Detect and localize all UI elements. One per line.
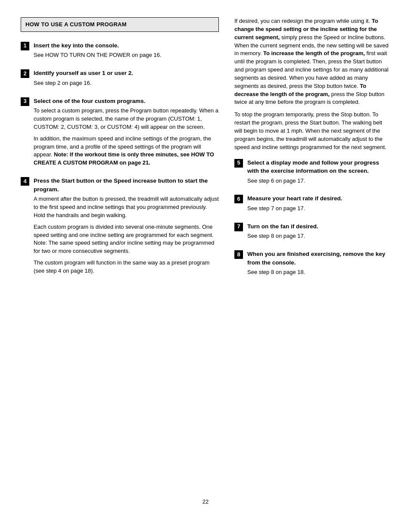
step-5-content: Select a display mode and follow your pr…: [247, 159, 390, 189]
step-7: 7 Turn on the fan if desired. See step 8…: [234, 222, 390, 244]
step-5-body: See step 6 on page 17.: [247, 177, 390, 185]
step-2-title: Identify yourself as user 1 or user 2.: [34, 69, 219, 78]
page-number: 22: [21, 498, 390, 506]
step-6-title: Measure your heart rate if desired.: [247, 194, 390, 203]
step-1-content: Insert the key into the console. See HOW…: [34, 41, 219, 63]
step-3-content: Select one of the four custom programs. …: [34, 97, 219, 171]
step-8-number: 8: [234, 250, 243, 259]
step-6-body: See step 7 on page 17.: [247, 205, 390, 213]
step-2-para-0: See step 2 on page 16.: [34, 79, 219, 87]
step-8-title: When you are finished exercising, remove…: [247, 250, 390, 267]
step-7-number: 7: [234, 223, 243, 231]
section-header-text: HOW TO USE A CUSTOM PROGRAM: [25, 21, 127, 28]
step-6-para-0: See step 7 on page 17.: [247, 205, 390, 213]
step-8: 8 When you are finished exercising, remo…: [234, 250, 390, 280]
step-2-number: 2: [21, 69, 29, 78]
step-1-title: Insert the key into the console.: [34, 41, 219, 50]
section-header: HOW TO USE A CUSTOM PROGRAM: [21, 17, 219, 32]
step-8-body: See step 8 on page 18.: [247, 268, 390, 277]
step-3-title: Select one of the four custom programs.: [34, 97, 219, 106]
step-5-number: 5: [234, 159, 243, 168]
right-intro-para-0: If desired, you can redesign the program…: [234, 17, 390, 106]
step-2-content: Identify yourself as user 1 or user 2. S…: [34, 69, 219, 90]
step-8-content: When you are finished exercising, remove…: [247, 250, 390, 280]
step-1: 1 Insert the key into the console. See H…: [21, 41, 219, 63]
step-1-number: 1: [21, 42, 29, 50]
step-5: 5 Select a display mode and follow your …: [234, 159, 390, 189]
step-6: 6 Measure your heart rate if desired. Se…: [234, 194, 390, 216]
step-7-content: Turn on the fan if desired. See step 8 o…: [247, 222, 390, 244]
step-2: 2 Identify yourself as user 1 or user 2.…: [21, 69, 219, 90]
step-6-content: Measure your heart rate if desired. See …: [247, 194, 390, 216]
step-4-para-2: The custom program will function in the …: [34, 259, 219, 275]
two-column-layout: HOW TO USE A CUSTOM PROGRAM 1 Insert the…: [21, 17, 390, 485]
step-3-para-1: In addition, the maximum speed and incli…: [34, 135, 219, 167]
step-3: 3 Select one of the four custom programs…: [21, 97, 219, 171]
right-column: If desired, you can redesign the program…: [234, 17, 390, 485]
step-6-number: 6: [234, 195, 243, 203]
step-1-para-0: See HOW TO TURN ON THE POWER on page 16.: [34, 51, 219, 59]
step-7-title: Turn on the fan if desired.: [247, 222, 390, 231]
step-5-title: Select a display mode and follow your pr…: [247, 159, 390, 175]
left-column: HOW TO USE A CUSTOM PROGRAM 1 Insert the…: [21, 17, 219, 485]
step-4-number: 4: [21, 177, 29, 186]
step-2-body: See step 2 on page 16.: [34, 79, 219, 87]
step-4-para-1: Each custom program is divided into seve…: [34, 223, 219, 255]
step-7-body: See step 8 on page 17.: [247, 232, 390, 240]
step-4-para-0: A moment after the button is pressed, th…: [34, 195, 219, 220]
right-intro: If desired, you can redesign the program…: [234, 17, 390, 152]
step-7-para-0: See step 8 on page 17.: [247, 232, 390, 240]
step-3-para-0: To select a custom program, press the Pr…: [34, 107, 219, 131]
step-5-para-0: See step 6 on page 17.: [247, 177, 390, 185]
step-4: 4 Press the Start button or the Speed in…: [21, 177, 219, 279]
step-3-body: To select a custom program, press the Pr…: [34, 107, 219, 167]
right-intro-para-1: To stop the program temporarily, press t…: [234, 111, 390, 151]
page: HOW TO USE A CUSTOM PROGRAM 1 Insert the…: [0, 0, 411, 532]
step-4-body: A moment after the button is pressed, th…: [34, 195, 219, 275]
step-1-body: See HOW TO TURN ON THE POWER on page 16.: [34, 51, 219, 59]
step-4-content: Press the Start button or the Speed incr…: [34, 177, 219, 279]
step-4-title: Press the Start button or the Speed incr…: [34, 177, 219, 193]
step-8-para-0: See step 8 on page 18.: [247, 268, 390, 277]
step-3-number: 3: [21, 97, 29, 106]
